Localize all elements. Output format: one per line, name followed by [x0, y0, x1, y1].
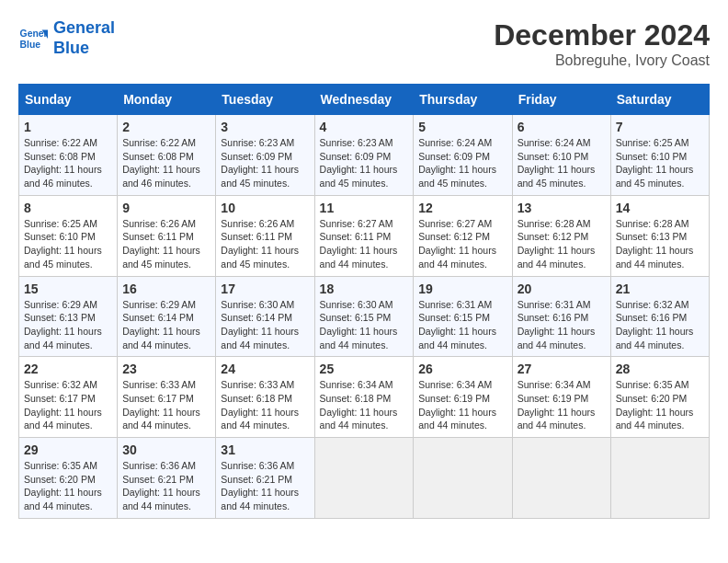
day-info: Sunrise: 6:32 AM Sunset: 6:16 PM Dayligh…: [616, 298, 704, 352]
day-number: 20: [518, 282, 606, 296]
day-info: Sunrise: 6:34 AM Sunset: 6:18 PM Dayligh…: [320, 378, 409, 432]
col-header-monday: Monday: [118, 85, 216, 115]
day-info: Sunrise: 6:30 AM Sunset: 6:15 PM Dayligh…: [320, 298, 409, 352]
day-info: Sunrise: 6:23 AM Sunset: 6:09 PM Dayligh…: [320, 136, 409, 190]
logo: General Blue GeneralBlue: [18, 18, 115, 58]
day-info: Sunrise: 6:24 AM Sunset: 6:09 PM Dayligh…: [418, 136, 506, 190]
calendar-cell: 17Sunrise: 6:30 AM Sunset: 6:14 PM Dayli…: [216, 276, 314, 357]
day-info: Sunrise: 6:28 AM Sunset: 6:13 PM Dayligh…: [616, 217, 704, 271]
calendar-cell: [314, 438, 414, 519]
day-info: Sunrise: 6:29 AM Sunset: 6:13 PM Dayligh…: [24, 298, 112, 352]
calendar-week-4: 22Sunrise: 6:32 AM Sunset: 6:17 PM Dayli…: [19, 357, 710, 438]
day-number: 4: [320, 120, 409, 134]
day-number: 10: [221, 201, 309, 215]
day-number: 29: [24, 442, 112, 457]
calendar-cell: 15Sunrise: 6:29 AM Sunset: 6:13 PM Dayli…: [19, 276, 118, 357]
calendar-cell: [610, 438, 709, 519]
day-info: Sunrise: 6:31 AM Sunset: 6:16 PM Dayligh…: [518, 298, 606, 352]
calendar-body: 1Sunrise: 6:22 AM Sunset: 6:08 PM Daylig…: [19, 115, 710, 519]
calendar-cell: 27Sunrise: 6:34 AM Sunset: 6:19 PM Dayli…: [512, 357, 610, 438]
day-info: Sunrise: 6:23 AM Sunset: 6:09 PM Dayligh…: [221, 136, 309, 190]
day-number: 1: [24, 120, 112, 134]
day-number: 13: [518, 201, 606, 215]
col-header-friday: Friday: [512, 85, 610, 115]
calendar-header-row: SundayMondayTuesdayWednesdayThursdayFrid…: [19, 85, 710, 115]
calendar-cell: 13Sunrise: 6:28 AM Sunset: 6:12 PM Dayli…: [512, 195, 610, 276]
calendar-week-5: 29Sunrise: 6:35 AM Sunset: 6:20 PM Dayli…: [19, 438, 710, 519]
day-info: Sunrise: 6:22 AM Sunset: 6:08 PM Dayligh…: [24, 136, 112, 190]
day-number: 5: [418, 120, 506, 134]
calendar-cell: 9Sunrise: 6:26 AM Sunset: 6:11 PM Daylig…: [118, 195, 216, 276]
calendar-week-2: 8Sunrise: 6:25 AM Sunset: 6:10 PM Daylig…: [19, 195, 710, 276]
day-number: 11: [320, 201, 409, 215]
day-info: Sunrise: 6:25 AM Sunset: 6:10 PM Dayligh…: [616, 136, 704, 190]
calendar-cell: 16Sunrise: 6:29 AM Sunset: 6:14 PM Dayli…: [118, 276, 216, 357]
day-info: Sunrise: 6:27 AM Sunset: 6:12 PM Dayligh…: [418, 217, 506, 271]
day-number: 27: [518, 362, 606, 376]
day-info: Sunrise: 6:34 AM Sunset: 6:19 PM Dayligh…: [418, 378, 506, 432]
calendar-cell: 10Sunrise: 6:26 AM Sunset: 6:11 PM Dayli…: [216, 195, 314, 276]
calendar-cell: 28Sunrise: 6:35 AM Sunset: 6:20 PM Dayli…: [610, 357, 709, 438]
day-info: Sunrise: 6:35 AM Sunset: 6:20 PM Dayligh…: [616, 378, 704, 432]
calendar-cell: 21Sunrise: 6:32 AM Sunset: 6:16 PM Dayli…: [610, 276, 709, 357]
day-info: Sunrise: 6:28 AM Sunset: 6:12 PM Dayligh…: [518, 217, 606, 271]
day-number: 26: [418, 362, 506, 376]
day-number: 7: [616, 120, 704, 134]
day-info: Sunrise: 6:25 AM Sunset: 6:10 PM Dayligh…: [24, 217, 112, 271]
calendar-cell: 4Sunrise: 6:23 AM Sunset: 6:09 PM Daylig…: [314, 115, 414, 196]
day-number: 15: [24, 282, 112, 296]
day-number: 2: [122, 120, 210, 134]
calendar-cell: [414, 438, 512, 519]
day-number: 21: [616, 282, 704, 296]
day-number: 30: [122, 442, 210, 457]
day-number: 17: [221, 282, 309, 296]
location: Bobreguhe, Ivory Coast: [494, 52, 710, 69]
calendar-cell: 12Sunrise: 6:27 AM Sunset: 6:12 PM Dayli…: [414, 195, 512, 276]
calendar-cell: 29Sunrise: 6:35 AM Sunset: 6:20 PM Dayli…: [19, 438, 118, 519]
calendar-cell: 1Sunrise: 6:22 AM Sunset: 6:08 PM Daylig…: [19, 115, 118, 196]
day-info: Sunrise: 6:26 AM Sunset: 6:11 PM Dayligh…: [221, 217, 309, 271]
calendar-cell: 2Sunrise: 6:22 AM Sunset: 6:08 PM Daylig…: [118, 115, 216, 196]
day-info: Sunrise: 6:22 AM Sunset: 6:08 PM Dayligh…: [122, 136, 210, 190]
day-number: 6: [518, 120, 606, 134]
day-info: Sunrise: 6:30 AM Sunset: 6:14 PM Dayligh…: [221, 298, 309, 352]
calendar-cell: 6Sunrise: 6:24 AM Sunset: 6:10 PM Daylig…: [512, 115, 610, 196]
calendar-cell: 14Sunrise: 6:28 AM Sunset: 6:13 PM Dayli…: [610, 195, 709, 276]
calendar-table: SundayMondayTuesdayWednesdayThursdayFrid…: [18, 84, 710, 519]
day-number: 16: [122, 282, 210, 296]
day-info: Sunrise: 6:36 AM Sunset: 6:21 PM Dayligh…: [221, 459, 309, 513]
calendar-cell: 25Sunrise: 6:34 AM Sunset: 6:18 PM Dayli…: [314, 357, 414, 438]
day-number: 31: [221, 442, 309, 457]
col-header-sunday: Sunday: [19, 85, 118, 115]
svg-text:Blue: Blue: [20, 39, 41, 49]
calendar-cell: 20Sunrise: 6:31 AM Sunset: 6:16 PM Dayli…: [512, 276, 610, 357]
day-number: 8: [24, 201, 112, 215]
calendar-cell: 3Sunrise: 6:23 AM Sunset: 6:09 PM Daylig…: [216, 115, 314, 196]
day-number: 22: [24, 362, 112, 376]
calendar-week-3: 15Sunrise: 6:29 AM Sunset: 6:13 PM Dayli…: [19, 276, 710, 357]
day-info: Sunrise: 6:34 AM Sunset: 6:19 PM Dayligh…: [518, 378, 606, 432]
day-number: 3: [221, 120, 309, 134]
day-info: Sunrise: 6:26 AM Sunset: 6:11 PM Dayligh…: [122, 217, 210, 271]
calendar-cell: 24Sunrise: 6:33 AM Sunset: 6:18 PM Dayli…: [216, 357, 314, 438]
day-info: Sunrise: 6:33 AM Sunset: 6:18 PM Dayligh…: [221, 378, 309, 432]
col-header-saturday: Saturday: [610, 85, 709, 115]
day-number: 12: [418, 201, 506, 215]
day-number: 23: [122, 362, 210, 376]
calendar-cell: 19Sunrise: 6:31 AM Sunset: 6:15 PM Dayli…: [414, 276, 512, 357]
calendar-cell: 8Sunrise: 6:25 AM Sunset: 6:10 PM Daylig…: [19, 195, 118, 276]
day-number: 25: [320, 362, 409, 376]
day-info: Sunrise: 6:29 AM Sunset: 6:14 PM Dayligh…: [122, 298, 210, 352]
calendar-cell: 22Sunrise: 6:32 AM Sunset: 6:17 PM Dayli…: [19, 357, 118, 438]
col-header-wednesday: Wednesday: [314, 85, 414, 115]
col-header-tuesday: Tuesday: [216, 85, 314, 115]
day-info: Sunrise: 6:27 AM Sunset: 6:11 PM Dayligh…: [320, 217, 409, 271]
col-header-thursday: Thursday: [414, 85, 512, 115]
calendar-cell: 26Sunrise: 6:34 AM Sunset: 6:19 PM Dayli…: [414, 357, 512, 438]
day-info: Sunrise: 6:31 AM Sunset: 6:15 PM Dayligh…: [418, 298, 506, 352]
calendar-cell: 5Sunrise: 6:24 AM Sunset: 6:09 PM Daylig…: [414, 115, 512, 196]
calendar-cell: 18Sunrise: 6:30 AM Sunset: 6:15 PM Dayli…: [314, 276, 414, 357]
day-info: Sunrise: 6:36 AM Sunset: 6:21 PM Dayligh…: [122, 459, 210, 513]
logo-text: GeneralBlue: [53, 18, 115, 58]
month-year: December 2024: [494, 18, 710, 52]
